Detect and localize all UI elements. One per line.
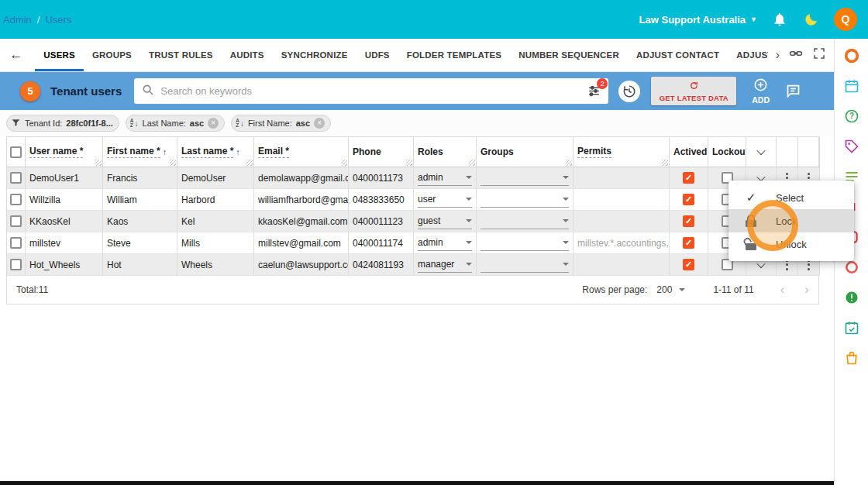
next-page-icon[interactable]: ›: [804, 282, 809, 298]
select-all-checkbox[interactable]: [10, 146, 22, 158]
actived-checkbox[interactable]: ✓: [683, 259, 694, 270]
breadcrumb: Admin / Users: [3, 14, 71, 26]
col-lockout[interactable]: Lockout: [708, 137, 746, 167]
tab-audits[interactable]: AUDITS: [222, 39, 273, 71]
cell-user-name: millstev: [26, 232, 103, 254]
chevron-down-icon[interactable]: [756, 146, 765, 155]
history-restore-icon[interactable]: [618, 81, 640, 102]
cell-user-name: DemoUser1: [26, 167, 103, 189]
role-select[interactable]: admin: [418, 235, 472, 251]
row-checkbox[interactable]: [10, 172, 22, 184]
role-select[interactable]: admin: [418, 170, 472, 186]
menu-item-select[interactable]: ✓ Select: [728, 186, 854, 209]
tab-synchronize[interactable]: SYNCHRONIZE: [273, 39, 356, 71]
breadcrumb-admin[interactable]: Admin: [3, 14, 32, 26]
sort-asc-icon[interactable]: ↑: [236, 147, 240, 157]
sort-asc-icon[interactable]: ↑: [163, 147, 167, 157]
col-user-name[interactable]: User name *: [26, 137, 103, 167]
header-expand-cell: [746, 137, 777, 167]
tenant-selector[interactable]: Law Support Australia ▼: [639, 14, 757, 26]
feedback-chat-icon[interactable]: [785, 83, 801, 99]
tab-adjust-contact[interactable]: ADJUST CONTACT: [628, 39, 728, 71]
col-permits[interactable]: Permits: [574, 137, 670, 167]
role-select[interactable]: guest: [418, 213, 472, 229]
filter-chip-tenant-id[interactable]: Tenant Id:28fc0f1f-8...: [6, 115, 119, 132]
prev-page-icon[interactable]: ‹: [780, 282, 785, 298]
get-latest-data-button[interactable]: GET LATEST DATA: [651, 77, 736, 105]
actived-checkbox[interactable]: ✓: [683, 172, 694, 184]
link-icon[interactable]: [789, 46, 803, 64]
tab-trust-rules[interactable]: TRUST RULES: [140, 39, 222, 71]
cell-last-name: Wheels: [177, 254, 254, 276]
notifications-bell-icon[interactable]: [770, 10, 789, 29]
group-select[interactable]: [480, 213, 569, 229]
row-checkbox[interactable]: [10, 259, 22, 270]
add-button[interactable]: ADD: [752, 77, 770, 105]
filter-chip-first-name-sort[interactable]: AZ↓ First Name:asc ×: [231, 115, 331, 132]
table-row[interactable]: millstev Steve Mills millstev@gmail.com …: [7, 232, 818, 254]
role-select[interactable]: manager: [418, 256, 472, 273]
table-row[interactable]: KKaosKel Kaos Kel kkaosKel@gmail.com 040…: [7, 211, 818, 232]
filter-tune-icon[interactable]: 2: [587, 84, 601, 98]
col-roles[interactable]: Roles: [414, 137, 477, 167]
cell-first-name: Francis: [103, 167, 177, 189]
close-icon[interactable]: ×: [314, 118, 325, 129]
col-email[interactable]: Email *: [254, 137, 349, 167]
col-last-name[interactable]: Last name *↑: [177, 137, 254, 167]
rows-per-page-select[interactable]: 200: [656, 284, 685, 295]
app-screen: Admin / Users Law Support Australia ▼ Q …: [0, 0, 868, 485]
fullscreen-icon[interactable]: [812, 46, 826, 64]
calendar-icon[interactable]: [842, 77, 861, 95]
tab-udfs[interactable]: UDFS: [356, 39, 398, 71]
tab-adjust-employee[interactable]: ADJUST EMPLOYEE: [728, 39, 768, 71]
row-checkbox[interactable]: [10, 194, 22, 205]
col-phone[interactable]: Phone: [349, 137, 414, 167]
breadcrumb-users[interactable]: Users: [45, 14, 71, 26]
sort-az-icon: AZ↓: [236, 119, 244, 128]
menu-item-lock[interactable]: Lock: [728, 209, 854, 232]
top-app-bar: Admin / Users Law Support Australia ▼ Q: [0, 0, 868, 39]
tab-folder-templates[interactable]: FOLDER TEMPLATES: [398, 39, 510, 71]
tab-number-sequencer[interactable]: NUMBER SEQUENCER: [510, 39, 628, 71]
col-groups[interactable]: Groups: [477, 137, 574, 167]
chip-value: 28fc0f1f-8...: [66, 119, 113, 128]
filter-chip-last-name-sort[interactable]: AZ↓ Last Name:asc ×: [126, 115, 225, 132]
row-context-menu: ✓ Select Lock Unlock: [728, 181, 854, 261]
search-input[interactable]: [160, 85, 581, 97]
menu-item-unlock[interactable]: Unlock: [728, 232, 854, 256]
shopping-bag-icon[interactable]: [842, 349, 861, 367]
cell-last-name: DemoUser: [177, 167, 254, 189]
table-row[interactable]: DemoUser1 Francis DemoUser demolawapp@gm…: [7, 167, 818, 189]
breadcrumb-separator: /: [37, 14, 40, 26]
tabs-scroll-right-icon[interactable]: ›: [776, 48, 780, 62]
help-icon[interactable]: ?: [842, 107, 861, 126]
group-select[interactable]: [480, 235, 569, 251]
cell-email: caelun@lawsupport.cor: [254, 254, 349, 276]
col-first-name[interactable]: First name *↑: [103, 137, 177, 167]
role-select[interactable]: user: [418, 191, 472, 208]
module-tabs-bar: ‹ ← USERS GROUPS TRUST RULES AUDITS SYNC…: [0, 39, 834, 72]
tab-users[interactable]: USERS: [35, 39, 84, 71]
row-checkbox[interactable]: [10, 215, 22, 227]
back-arrow-icon[interactable]: ←: [9, 47, 22, 63]
tab-groups[interactable]: GROUPS: [84, 39, 140, 71]
alert-icon[interactable]: [842, 288, 861, 307]
tabs-bar-icons: ›: [776, 46, 834, 64]
cell-user-name: KKaosKel: [26, 211, 103, 232]
dark-mode-moon-icon[interactable]: [802, 10, 821, 29]
group-select[interactable]: [480, 170, 569, 186]
close-icon[interactable]: ×: [208, 118, 219, 129]
table-row[interactable]: Hot_Wheels Hot Wheels caelun@lawsupport.…: [7, 254, 818, 276]
group-select[interactable]: [480, 191, 569, 208]
actived-checkbox[interactable]: ✓: [683, 194, 694, 205]
user-avatar[interactable]: Q: [834, 8, 857, 31]
table-row[interactable]: Willzilla William Harbord williamfharbor…: [7, 189, 818, 211]
actived-checkbox[interactable]: ✓: [683, 215, 694, 227]
col-actived[interactable]: Actived: [670, 137, 708, 167]
calendar-check-icon[interactable]: [842, 318, 861, 337]
actived-checkbox[interactable]: ✓: [683, 237, 694, 249]
row-checkbox[interactable]: [10, 237, 22, 249]
group-select[interactable]: [480, 256, 569, 273]
record-target-icon[interactable]: [842, 46, 861, 65]
tag-icon[interactable]: [842, 137, 861, 156]
